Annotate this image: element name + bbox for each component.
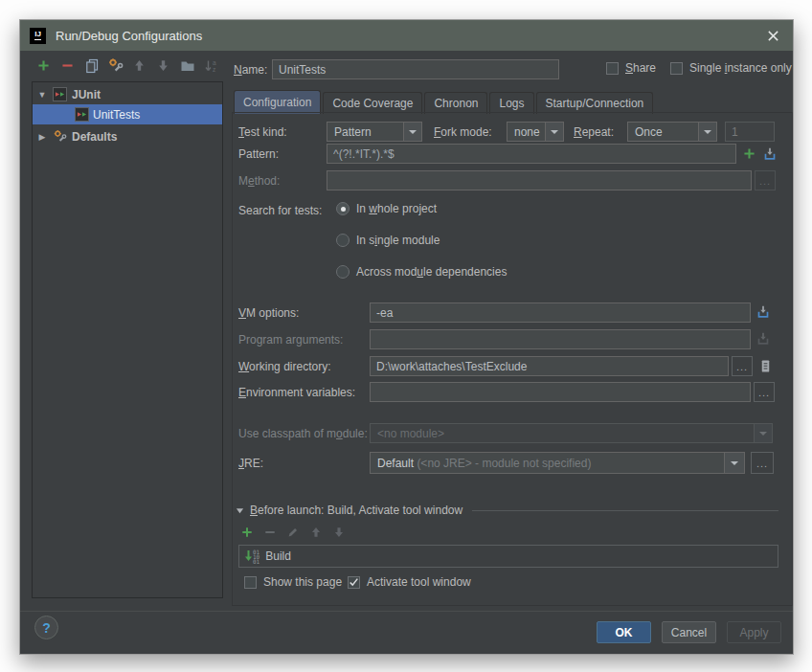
configurations-toolbar: az [35,57,219,74]
task-item-build[interactable]: Build [265,549,291,563]
pencil-icon [286,526,300,539]
whole-project-label: In whole project [356,202,437,215]
remove-icon [60,58,75,73]
help-button[interactable]: ? [34,616,58,639]
create-folder-button[interactable] [179,57,195,74]
move-task-up-button[interactable] [308,525,323,539]
radio-dot [341,207,346,212]
jre-combobox[interactable]: Default (<no JRE> - module not specified… [370,452,745,474]
combo-arrow-button[interactable] [754,424,772,442]
jre-value: Default (<no JRE> - module not specified… [371,457,724,470]
edit-task-button[interactable] [285,525,300,539]
activate-tool-window-checkbox[interactable] [348,576,360,589]
environment-variables-input[interactable] [370,382,751,402]
folder-icon [180,58,195,74]
working-directory-input[interactable] [370,356,729,376]
question-mark-icon: ? [42,620,51,636]
method-input[interactable] [327,170,752,190]
before-launch-header[interactable]: Before launch: Build, Activate tool wind… [236,504,778,517]
expand-program-arguments-button-disabled[interactable] [754,329,773,348]
tree-item-junit-group[interactable]: ▼ JUnit [33,84,222,104]
activate-tool-window-row: Activate tool window [348,575,471,589]
repeat-combobox[interactable]: Once [627,122,717,142]
run-debug-configurations-dialog: IJ Run/Debug Configurations az ▼ [19,19,794,655]
pattern-input[interactable] [327,144,736,164]
document-icon [758,359,773,373]
name-input[interactable] [272,59,559,79]
cancel-button[interactable]: Cancel [662,621,716,643]
section-expanded-triangle-icon [236,506,244,515]
move-up-icon [132,58,147,73]
tab-code-coverage[interactable]: Code Coverage [323,92,422,114]
move-up-button[interactable] [131,57,147,74]
repeat-label: Repeat: [574,125,614,139]
tree-item-unittests[interactable]: UnitTests [33,104,222,124]
single-instance-checkbox[interactable] [670,62,683,75]
move-task-down-button[interactable] [331,525,346,539]
whole-project-radio[interactable] [336,202,350,215]
before-launch-task-list: 011001 Build [238,545,778,568]
vm-options-input[interactable] [370,302,751,323]
program-arguments-input[interactable] [370,329,751,349]
tab-startup-connection[interactable]: Startup/Connection [536,92,654,114]
window-title: Run/Debug Configurations [56,29,202,43]
collapsed-triangle-icon[interactable]: ▶ [36,132,48,142]
jre-label: JRE: [238,457,263,470]
intellij-logo-icon: IJ [30,28,46,44]
jre-value-note: (<no JRE> - module not specified) [417,457,591,470]
single-module-radio[interactable] [336,234,350,247]
tab-logs[interactable]: Logs [489,92,533,114]
combo-arrow-button[interactable] [403,123,421,141]
classpath-module-combobox[interactable]: <no module> [370,423,773,443]
tab-chronon[interactable]: Chronon [424,92,487,114]
repeat-count-input[interactable] [725,122,775,142]
program-arguments-label: Program arguments: [238,333,343,347]
expand-field-icon [756,331,771,347]
edit-defaults-wrench-icon [107,57,124,74]
sort-configurations-button[interactable]: az [203,57,219,74]
test-kind-value: Pattern [327,125,403,139]
tab-configuration[interactable]: Configuration [234,90,321,114]
tree-item-defaults-group[interactable]: ▶ Defaults [33,126,222,146]
chevron-down-icon [759,432,767,436]
single-instance-checkbox-row: Single instance only [670,61,792,75]
build-icon: 011001 [244,549,259,564]
share-checkbox[interactable] [606,62,619,75]
jre-browse-button[interactable]: ... [751,452,774,474]
combo-arrow-button[interactable] [698,123,716,141]
insert-macro-button[interactable] [756,356,775,376]
method-browse-button[interactable]: ... [755,170,776,190]
apply-button[interactable]: Apply [727,621,781,643]
edit-defaults-button[interactable] [107,57,124,74]
close-icon[interactable] [762,25,783,46]
test-kind-combobox[interactable]: Pattern [327,122,422,142]
copy-configuration-button[interactable] [83,57,100,74]
working-directory-label: Working directory: [238,360,330,373]
remove-configuration-button[interactable] [59,57,76,74]
remove-task-button[interactable] [262,525,277,539]
expand-pattern-button[interactable] [760,145,778,163]
combo-arrow-button[interactable] [545,123,563,141]
add-pattern-button[interactable] [740,145,758,163]
chevron-down-icon [551,130,558,134]
method-label: Method: [238,174,280,188]
show-this-page-checkbox[interactable] [244,576,257,589]
fork-mode-combobox[interactable]: none [507,122,564,142]
classpath-module-value: <no module> [371,427,754,440]
combo-arrow-button[interactable] [724,453,744,473]
environment-variables-browse-button[interactable]: ... [754,382,775,402]
tree-item-label: Defaults [72,130,117,144]
across-modules-label: Across module dependencies [356,265,507,279]
move-down-button[interactable] [155,57,171,74]
add-task-button[interactable] [239,525,254,539]
across-modules-radio[interactable] [336,265,350,279]
expand-vm-options-button[interactable] [754,302,773,322]
ok-button[interactable]: OK [597,621,651,643]
working-directory-browse-button[interactable]: ... [732,356,753,376]
add-configuration-button[interactable] [35,57,52,74]
remove-icon [263,526,277,539]
environment-variables-label: Environment variables: [238,386,355,399]
tree-item-label: UnitTests [93,108,140,122]
vm-options-label: VM options: [238,306,299,320]
expanded-triangle-icon[interactable]: ▼ [36,90,48,100]
